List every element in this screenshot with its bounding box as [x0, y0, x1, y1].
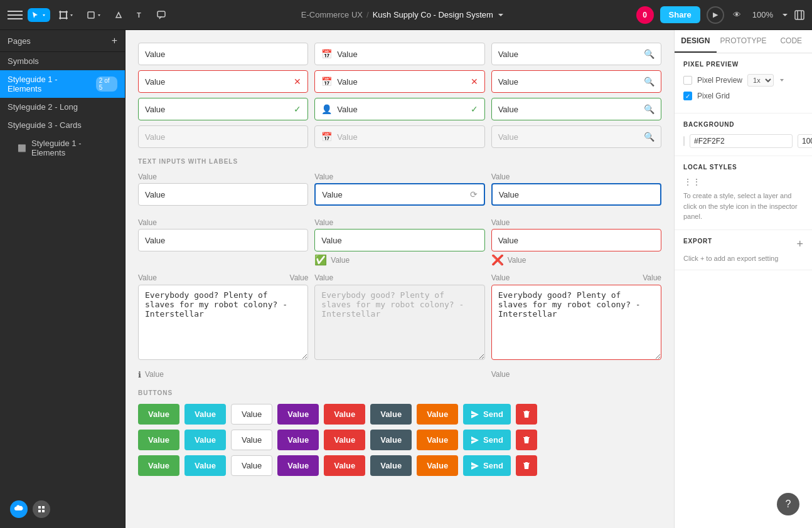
zoom-dropdown-icon[interactable] [782, 12, 788, 18]
input-value-12: Value [498, 132, 639, 142]
input-success-2[interactable]: 👤 Value ✓ [314, 98, 484, 120]
comment-tool[interactable] [153, 8, 169, 22]
btn-outline-2[interactable]: Value [231, 430, 272, 450]
export-hint: Click + to add an export setting [683, 255, 803, 262]
local-styles-hint: To create a style, select a layer and cl… [683, 191, 803, 222]
sidebar-item-styleguide1-sub[interactable]: ⬜ Styleguide 1 - Elements [0, 134, 125, 162]
labeled-col-r2-1: Value Value [138, 218, 308, 266]
tab-code[interactable]: CODE [770, 30, 812, 53]
btn-teal-2[interactable]: Value [184, 430, 226, 450]
pen-tool[interactable] [110, 8, 127, 22]
labeled-input-field-3-focused[interactable]: Value [491, 183, 661, 206]
input-error-1[interactable]: Value ✕ [138, 70, 308, 93]
doc-dropdown-icon[interactable] [497, 11, 505, 19]
labeled-label-3: Value [491, 172, 661, 181]
btn-delete-2[interactable] [516, 430, 537, 450]
bg-color-swatch[interactable] [683, 136, 685, 146]
btn-orange-3[interactable]: Value [417, 455, 458, 476]
btn-delete-1[interactable] [516, 404, 537, 425]
input-value-1: Value [145, 50, 301, 59]
select-tool[interactable] [28, 8, 50, 22]
labeled-input-r2-3-error[interactable]: Value [491, 229, 661, 251]
btn-dark-2[interactable]: Value [370, 430, 412, 450]
sidebar-item-styleguide2[interactable]: Styleguide 2 - Long [0, 98, 125, 116]
btn-send-2[interactable]: Send [463, 430, 511, 450]
textarea-field-1[interactable]: Everybody good? Plenty of slaves for my … [138, 285, 308, 360]
zoom-select[interactable]: 1x 2x [747, 74, 774, 87]
shape-tool[interactable] [83, 8, 105, 22]
btn-purple-3[interactable]: Value [277, 455, 319, 476]
tab-prototype[interactable]: PROTOTYPE [717, 30, 771, 53]
topbar-right: 0 Share ▶ 👁 100% [636, 6, 804, 24]
textarea-field-3-error[interactable]: Everybody good? Plenty of slaves for my … [491, 285, 661, 360]
error-helper-text: Value [508, 256, 526, 265]
svg-rect-7 [158, 11, 165, 17]
btn-red-1[interactable]: Value [324, 404, 365, 425]
tab-design[interactable]: DESIGN [675, 30, 717, 53]
btn-orange-2[interactable]: Value [417, 430, 458, 450]
input-success-3[interactable]: Value 🔍 [491, 98, 661, 120]
btn-red-3[interactable]: Value [324, 455, 365, 476]
btn-green-2[interactable]: Value [138, 430, 179, 450]
btn-dark-1[interactable]: Value [370, 404, 412, 425]
sidebar-item-styleguide1[interactable]: Styleguide 1 - Elements 2 of 5 [0, 70, 125, 98]
btn-teal-3[interactable]: Value [184, 455, 226, 476]
input-basic-3[interactable]: Value 🔍 [491, 43, 661, 65]
zoom-level[interactable]: 100% [750, 8, 776, 22]
bg-opacity-input[interactable] [798, 134, 812, 148]
panels-icon[interactable] [794, 10, 804, 20]
btn-purple-2[interactable]: Value [277, 430, 319, 450]
notification-button[interactable]: 0 [636, 6, 654, 24]
play-button[interactable]: ▶ [707, 6, 724, 24]
btn-dark-3[interactable]: Value [370, 455, 412, 476]
help-button[interactable]: ? [777, 493, 799, 515]
svg-rect-14 [42, 510, 45, 512]
btn-red-2[interactable]: Value [324, 430, 365, 450]
btn-send-1[interactable]: Send [463, 404, 511, 425]
svg-text:T: T [137, 11, 141, 19]
btn-green-3[interactable]: Value [138, 455, 179, 476]
input-error-3[interactable]: Value 🔍 [491, 70, 661, 93]
text-tool[interactable]: T [132, 8, 148, 22]
sidebar-item-styleguide3[interactable]: Styleguide 3 - Cards [0, 116, 125, 134]
labeled-input-field-2-focused[interactable]: Value ⟳ [314, 183, 484, 206]
inputs-col1: Value Value ✕ Value ✓ Value [138, 43, 308, 148]
add-page-button[interactable]: + [112, 35, 117, 46]
bottom-grid-icon[interactable] [33, 500, 50, 518]
share-button[interactable]: Share [660, 6, 700, 23]
btn-outline-3[interactable]: Value [231, 455, 272, 476]
btn-green-1[interactable]: Value [138, 404, 179, 425]
input-value-7: Value [337, 105, 465, 114]
bottom-cloud-icon[interactable] [10, 500, 28, 518]
btn-teal-1[interactable]: Value [184, 404, 226, 425]
labeled-input-r2-2-success[interactable]: Value [314, 229, 484, 251]
menu-icon[interactable] [8, 8, 23, 23]
pixel-grid-checkbox[interactable]: ✓ [683, 92, 692, 100]
input-success-1[interactable]: Value ✓ [138, 98, 308, 120]
input-basic-2[interactable]: 📅 Value [314, 43, 484, 65]
input-basic-1[interactable]: Value [138, 43, 308, 65]
success-helper: ✅ Value [314, 254, 484, 266]
background-section: BACKGROUND 👁 [675, 114, 812, 156]
labeled-label-2: Value [314, 172, 484, 181]
btn-orange-1[interactable]: Value [417, 404, 458, 425]
input-error-2[interactable]: 📅 Value ✕ [314, 70, 484, 93]
btn-send-3[interactable]: Send [463, 455, 511, 476]
pixel-preview-checkbox[interactable] [683, 76, 692, 85]
textarea-outer-1: Value Value Everybody good? Plenty of sl… [138, 273, 308, 360]
calendar-icon-3: 📅 [321, 132, 332, 142]
btn-outline-1[interactable]: Value [231, 404, 272, 425]
add-export-button[interactable]: + [796, 238, 803, 251]
btn-delete-3[interactable] [516, 455, 537, 476]
textarea-label-2: Value [314, 273, 333, 282]
eye-button[interactable]: 👁 [730, 8, 744, 22]
btn-purple-1[interactable]: Value [277, 404, 319, 425]
labeled-input-field-1[interactable]: Value [138, 183, 308, 206]
sidebar-item-symbols[interactable]: Symbols [0, 52, 125, 70]
textarea-top-2: Value [314, 273, 484, 282]
buttons-row-2: Value Value Value Value Value Value Valu… [138, 430, 661, 450]
bg-hex-input[interactable] [690, 134, 793, 148]
labeled-input-r2-1[interactable]: Value [138, 229, 308, 251]
frame-tool[interactable] [55, 8, 78, 22]
section-label-buttons: BUTTONS [138, 389, 661, 396]
